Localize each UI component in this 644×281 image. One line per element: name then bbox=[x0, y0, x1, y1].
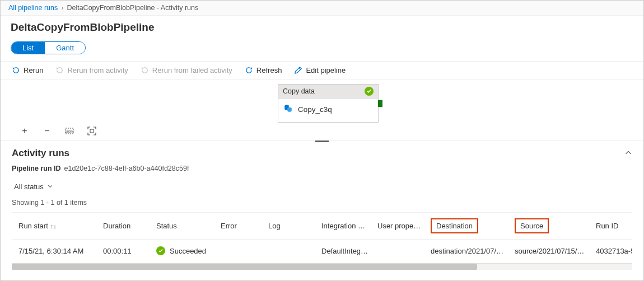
node-type-label: Copy data bbox=[283, 87, 315, 95]
cell-run-id: 4032713a-59e0-41 bbox=[591, 240, 632, 263]
col-status[interactable]: Status bbox=[152, 213, 216, 240]
collapse-panel-button[interactable] bbox=[624, 149, 632, 158]
tab-list[interactable]: List bbox=[11, 42, 45, 54]
cell-source: source/2021/07/15/06/ bbox=[510, 240, 591, 263]
cell-error bbox=[216, 240, 264, 263]
edit-pipeline-button[interactable]: Edit pipeline bbox=[294, 66, 346, 74]
col-run-id[interactable]: Run ID bbox=[591, 213, 632, 240]
toolbar: Rerun Rerun from activity Rerun from fai… bbox=[1, 61, 643, 79]
chevron-right-icon: › bbox=[61, 4, 63, 12]
node-name: Copy_c3q bbox=[298, 105, 332, 114]
edit-label: Edit pipeline bbox=[306, 66, 346, 74]
rerun-failed-label: Rerun from failed activity bbox=[152, 66, 232, 74]
sort-icon: ↑↓ bbox=[50, 223, 57, 230]
result-count: Showing 1 - 1 of 1 items bbox=[12, 199, 632, 207]
rerun-activity-label: Rerun from activity bbox=[67, 66, 128, 74]
col-user-properties[interactable]: User proper… bbox=[373, 213, 426, 240]
refresh-button[interactable]: Refresh bbox=[245, 66, 282, 74]
edit-icon bbox=[294, 66, 302, 74]
pipeline-run-id-value: e1d20e1c-7c88-4eff-a6b0-a440fd28c59f bbox=[64, 165, 189, 172]
success-icon bbox=[156, 246, 165, 255]
rerun-from-failed-button: Rerun from failed activity bbox=[141, 66, 232, 74]
status-filter-label: All status bbox=[14, 182, 44, 191]
svg-rect-4 bbox=[90, 129, 94, 133]
breadcrumb-current: DeltaCopyFromBlobPipeline - Activity run… bbox=[67, 4, 198, 12]
status-filter-dropdown[interactable]: All status bbox=[12, 181, 55, 192]
success-icon bbox=[365, 87, 374, 96]
panel-title: Activity runs bbox=[12, 148, 69, 159]
chevron-down-icon bbox=[47, 182, 53, 191]
breadcrumb: All pipeline runs › DeltaCopyFromBlobPip… bbox=[1, 1, 643, 16]
col-destination[interactable]: Destination bbox=[426, 213, 510, 240]
activity-runs-table: Run start↑↓ Duration Status Error Log In… bbox=[12, 212, 632, 262]
cell-run-start: 7/15/21, 6:30:14 AM bbox=[12, 240, 99, 263]
horizontal-scrollbar[interactable] bbox=[12, 263, 632, 270]
rerun-activity-icon bbox=[55, 66, 64, 74]
col-log[interactable]: Log bbox=[264, 213, 317, 240]
zoom-reset-button[interactable]: 100% bbox=[64, 126, 74, 136]
zoom-fit-button[interactable] bbox=[87, 126, 97, 136]
col-run-start[interactable]: Run start↑↓ bbox=[12, 213, 99, 240]
activity-node[interactable]: Copy data Copy_c3q bbox=[278, 84, 379, 123]
view-toggle: List Gantt bbox=[11, 41, 86, 54]
rerun-failed-icon bbox=[141, 66, 149, 74]
rerun-from-activity-button: Rerun from activity bbox=[55, 66, 128, 74]
pipeline-canvas[interactable]: Copy data Copy_c3q + − 100% bbox=[1, 79, 643, 141]
table-row[interactable]: 7/15/21, 6:30:14 AM 00:00:11 Succeeded D… bbox=[12, 240, 632, 263]
col-integration[interactable]: Integration … bbox=[317, 213, 373, 240]
col-error[interactable]: Error bbox=[216, 213, 264, 240]
svg-text:100%: 100% bbox=[65, 130, 74, 133]
cell-duration: 00:00:11 bbox=[99, 240, 152, 263]
cell-user-properties bbox=[373, 240, 426, 263]
table-header-row: Run start↑↓ Duration Status Error Log In… bbox=[12, 213, 632, 240]
cell-integration: DefaultIntegrati bbox=[317, 240, 373, 263]
refresh-label: Refresh bbox=[256, 66, 282, 74]
zoom-in-button[interactable]: + bbox=[20, 126, 30, 136]
rerun-button[interactable]: Rerun bbox=[12, 66, 43, 74]
breadcrumb-root-link[interactable]: All pipeline runs bbox=[8, 4, 58, 12]
refresh-icon bbox=[245, 66, 253, 74]
database-icon bbox=[284, 104, 292, 114]
cell-status: Succeeded bbox=[152, 240, 216, 263]
pipeline-run-id-label: Pipeline run ID bbox=[12, 165, 61, 172]
col-duration[interactable]: Duration bbox=[99, 213, 152, 240]
rerun-label: Rerun bbox=[24, 66, 43, 74]
rerun-icon bbox=[12, 66, 20, 74]
tab-gantt[interactable]: Gantt bbox=[45, 42, 85, 54]
cell-destination: destination/2021/07/15/06/ bbox=[426, 240, 510, 263]
zoom-out-button[interactable]: − bbox=[42, 126, 52, 136]
canvas-controls: + − 100% bbox=[20, 126, 97, 136]
activity-runs-panel: Activity runs Pipeline run ID e1d20e1c-7… bbox=[1, 141, 643, 270]
col-source[interactable]: Source bbox=[510, 213, 591, 240]
page-title: DeltaCopyFromBlobPipeline bbox=[1, 16, 643, 36]
node-output-handle[interactable] bbox=[378, 100, 382, 107]
cell-log bbox=[264, 240, 317, 263]
